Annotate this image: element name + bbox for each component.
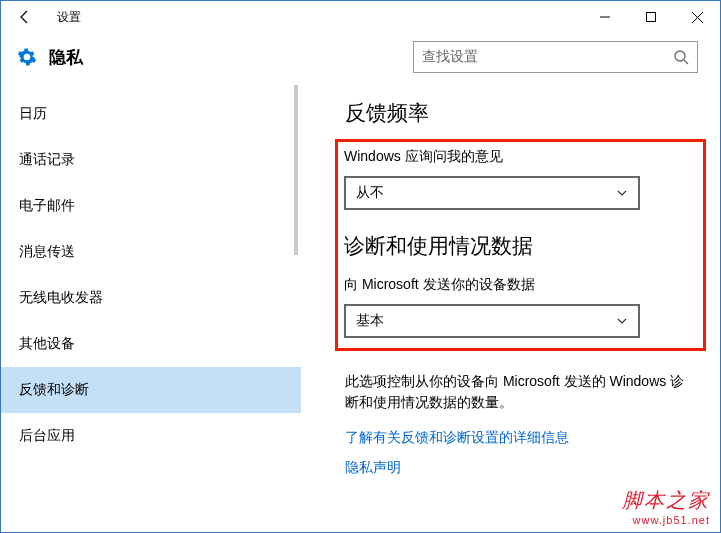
watermark-url: www.jb51.net (622, 514, 710, 526)
section-feedback-title: 反馈频率 (345, 99, 696, 127)
sidebar-item[interactable]: 日历 (1, 91, 301, 137)
highlight-box: Windows 应询问我的意见 从不 诊断和使用情况数据 向 Microsoft… (335, 139, 706, 351)
window-title: 设置 (49, 9, 81, 26)
sidebar-item[interactable]: 反馈和诊断 (1, 367, 301, 413)
svg-line-5 (684, 60, 688, 64)
gear-icon (17, 47, 37, 67)
sidebar-item[interactable]: 后台应用 (1, 413, 301, 459)
diagnostic-description: 此选项控制从你的设备向 Microsoft 发送的 Windows 诊断和使用情… (345, 371, 696, 413)
maximize-button[interactable] (628, 1, 674, 33)
sidebar: 日历通话记录电子邮件消息传送无线电收发器其他设备反馈和诊断后台应用 (1, 81, 301, 532)
minimize-button[interactable] (582, 1, 628, 33)
sidebar-item[interactable]: 电子邮件 (1, 183, 301, 229)
watermark: 脚本之家 www.jb51.net (622, 487, 710, 526)
page-title: 隐私 (49, 46, 83, 69)
search-input[interactable]: 查找设置 (413, 41, 698, 73)
diagnostic-dropdown[interactable]: 基本 (344, 304, 640, 338)
search-placeholder: 查找设置 (422, 48, 673, 66)
scrollbar[interactable] (294, 85, 298, 255)
sidebar-item[interactable]: 通话记录 (1, 137, 301, 183)
privacy-link[interactable]: 隐私声明 (345, 459, 696, 477)
content-pane: 反馈频率 Windows 应询问我的意见 从不 诊断和使用情况数据 向 Micr… (301, 81, 720, 532)
watermark-text: 脚本之家 (622, 487, 710, 514)
learn-more-link[interactable]: 了解有关反馈和诊断设置的详细信息 (345, 429, 696, 447)
feedback-label: Windows 应询问我的意见 (344, 148, 697, 166)
close-button[interactable] (674, 1, 720, 33)
svg-point-4 (675, 51, 685, 61)
sidebar-item[interactable]: 消息传送 (1, 229, 301, 275)
feedback-value: 从不 (356, 184, 384, 202)
feedback-dropdown[interactable]: 从不 (344, 176, 640, 210)
diagnostic-value: 基本 (356, 312, 384, 330)
chevron-down-icon (616, 187, 628, 199)
sidebar-item[interactable]: 其他设备 (1, 321, 301, 367)
svg-rect-1 (647, 13, 656, 22)
page-header: 隐私 查找设置 (1, 33, 720, 81)
chevron-down-icon (616, 315, 628, 327)
title-bar: 设置 (1, 1, 720, 33)
section-diagnostic-title: 诊断和使用情况数据 (344, 232, 697, 260)
back-button[interactable] (1, 1, 49, 33)
search-icon (673, 49, 689, 65)
diagnostic-label: 向 Microsoft 发送你的设备数据 (344, 276, 697, 294)
sidebar-item[interactable]: 无线电收发器 (1, 275, 301, 321)
